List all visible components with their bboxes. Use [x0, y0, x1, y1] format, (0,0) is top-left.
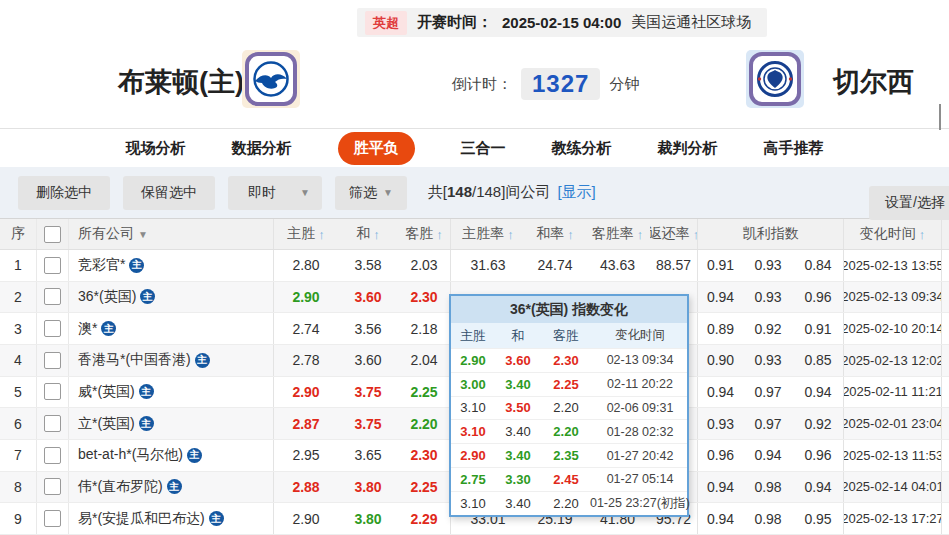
instant-dropdown[interactable]: 即时 ▼: [228, 176, 322, 210]
row-number: 2: [0, 282, 36, 313]
popup-change-time: 01-27 05:14: [591, 468, 687, 491]
home-odds[interactable]: 2.90: [273, 377, 338, 408]
settings-select-button[interactable]: 设置/选择: [869, 186, 949, 220]
col-draw-rate[interactable]: 和率 ↑: [525, 219, 585, 249]
draw-odds[interactable]: 3.60: [338, 282, 398, 313]
popup-change-time: 02-06 09:31: [591, 397, 687, 420]
away-team-name: 切尔西: [833, 64, 914, 100]
away-odds[interactable]: 2.29: [398, 503, 450, 534]
show-link[interactable]: [显示]: [557, 183, 595, 200]
tab-coach-analysis[interactable]: 教练分析: [552, 139, 612, 158]
company-name[interactable]: 伟*(直布罗陀): [78, 478, 163, 496]
company-cell: 威*(英国)主: [68, 377, 273, 408]
filter-button[interactable]: 筛选 ▼: [335, 176, 407, 210]
table-header-row: 序 所有公司 ▼ 主胜 ↑ 和 ↑ 客胜 ↑ 主胜率 ↑: [0, 218, 949, 250]
company-name[interactable]: bet-at-h*(马尔他): [78, 446, 183, 464]
tab-win-draw-loss[interactable]: 胜平负: [338, 132, 415, 165]
away-odds[interactable]: 2.04: [398, 345, 450, 376]
tab-live-analysis[interactable]: 现场分析: [126, 139, 186, 158]
caret-down-icon: ▼: [138, 229, 148, 240]
home-odds[interactable]: 2.88: [273, 472, 338, 503]
draw-odds[interactable]: 3.58: [338, 250, 398, 281]
row-checkbox[interactable]: [44, 288, 61, 305]
company-name[interactable]: 威*(英国): [78, 383, 135, 401]
instant-dropdown-value: 即时: [248, 184, 276, 202]
company-name[interactable]: 竞彩官*: [78, 256, 125, 274]
away-odds[interactable]: 2.30: [398, 440, 450, 471]
draw-odds[interactable]: 3.65: [338, 440, 398, 471]
col-home-rate[interactable]: 主胜率 ↑: [450, 219, 525, 249]
draw-odds[interactable]: 3.80: [338, 472, 398, 503]
popup-home-odds: 3.00: [451, 373, 495, 396]
company-name[interactable]: 36*(英国): [78, 288, 136, 306]
delete-selected-button[interactable]: 删除选中: [18, 176, 110, 210]
home-odds[interactable]: 2.74: [273, 313, 338, 344]
keep-selected-button[interactable]: 保留选中: [123, 176, 215, 210]
away-odds[interactable]: 2.30: [398, 282, 450, 313]
kickoff-time: 2025-02-15 04:00: [502, 14, 621, 31]
company-name[interactable]: 立*(英国): [78, 415, 135, 433]
col-payout-rate-label: 返还率: [650, 225, 690, 243]
countdown-value: 1327: [521, 68, 600, 100]
league-badge: 英超: [365, 11, 407, 35]
kelly-index-3: 0.91: [793, 313, 843, 344]
draw-odds[interactable]: 3.60: [338, 345, 398, 376]
kelly-index-2: 0.93: [743, 250, 793, 281]
draw-odds[interactable]: 3.56: [338, 313, 398, 344]
draw-odds[interactable]: 3.75: [338, 377, 398, 408]
home-odds[interactable]: 2.90: [273, 503, 338, 534]
overflow-stub: [941, 408, 949, 439]
col-away-odds-label: 客胜: [405, 225, 433, 243]
col-payout-rate[interactable]: 返还率 ↑: [650, 219, 697, 249]
company-count-rest: /148]间公司: [472, 183, 550, 200]
company-name[interactable]: 澳*: [78, 320, 97, 338]
home-odds[interactable]: 2.95: [273, 440, 338, 471]
col-away-rate[interactable]: 客胜率 ↑: [585, 219, 650, 249]
row-checkbox[interactable]: [44, 320, 61, 337]
popup-header-row: 主胜和客胜变化时间: [451, 323, 687, 348]
scrollbar-fragment[interactable]: [939, 104, 941, 130]
tab-expert-picks[interactable]: 高手推荐: [764, 139, 824, 158]
row-number: 3: [0, 313, 36, 344]
company-cell: 易*(安提瓜和巴布达)主: [68, 503, 273, 534]
col-away-odds[interactable]: 客胜 ↑: [398, 219, 450, 249]
row-checkbox[interactable]: [44, 257, 61, 274]
tab-three-in-one[interactable]: 三合一: [461, 139, 506, 158]
row-checkbox[interactable]: [44, 447, 61, 464]
row-checkbox[interactable]: [44, 383, 61, 400]
col-draw-odds[interactable]: 和 ↑: [338, 219, 398, 249]
away-odds[interactable]: 2.03: [398, 250, 450, 281]
popup-change-time: 01-28 02:32: [591, 420, 687, 443]
away-odds[interactable]: 2.25: [398, 472, 450, 503]
tab-data-analysis[interactable]: 数据分析: [232, 139, 292, 158]
overflow-stub: [941, 377, 949, 408]
home-odds[interactable]: 2.80: [273, 250, 338, 281]
row-checkbox[interactable]: [44, 510, 61, 527]
company-name[interactable]: 香港马*(中国香港): [78, 351, 191, 369]
away-odds[interactable]: 2.18: [398, 313, 450, 344]
col-home-odds[interactable]: 主胜 ↑: [273, 219, 338, 249]
away-odds[interactable]: 2.20: [398, 408, 450, 439]
home-odds[interactable]: 2.90: [273, 282, 338, 313]
home-odds[interactable]: 2.87: [273, 408, 338, 439]
row-checkbox[interactable]: [44, 415, 61, 432]
sort-up-icon: ↑: [318, 227, 325, 242]
chelsea-crest-icon: [746, 50, 804, 108]
kelly-index-3: 0.96: [793, 440, 843, 471]
away-odds[interactable]: 2.25: [398, 377, 450, 408]
row-checkbox[interactable]: [44, 352, 61, 369]
overflow-stub: [941, 472, 949, 503]
draw-odds[interactable]: 3.80: [338, 503, 398, 534]
company-name[interactable]: 易*(安提瓜和巴布达): [78, 510, 205, 528]
change-time: 2025-02-13 09:34: [843, 282, 941, 313]
col-company[interactable]: 所有公司 ▼: [68, 219, 273, 249]
tab-referee-analysis[interactable]: 裁判分析: [658, 139, 718, 158]
draw-odds[interactable]: 3.75: [338, 408, 398, 439]
change-time: 2025-02-01 23:04: [843, 408, 941, 439]
kelly-index-3: 0.96: [793, 282, 843, 313]
select-all-checkbox[interactable]: [44, 226, 61, 243]
home-odds[interactable]: 2.78: [273, 345, 338, 376]
col-change-time[interactable]: 变化时间 ↑: [843, 219, 941, 249]
row-checkbox[interactable]: [44, 478, 61, 495]
popup-row: 3.103.402.2001-25 23:27(初指): [451, 491, 687, 515]
